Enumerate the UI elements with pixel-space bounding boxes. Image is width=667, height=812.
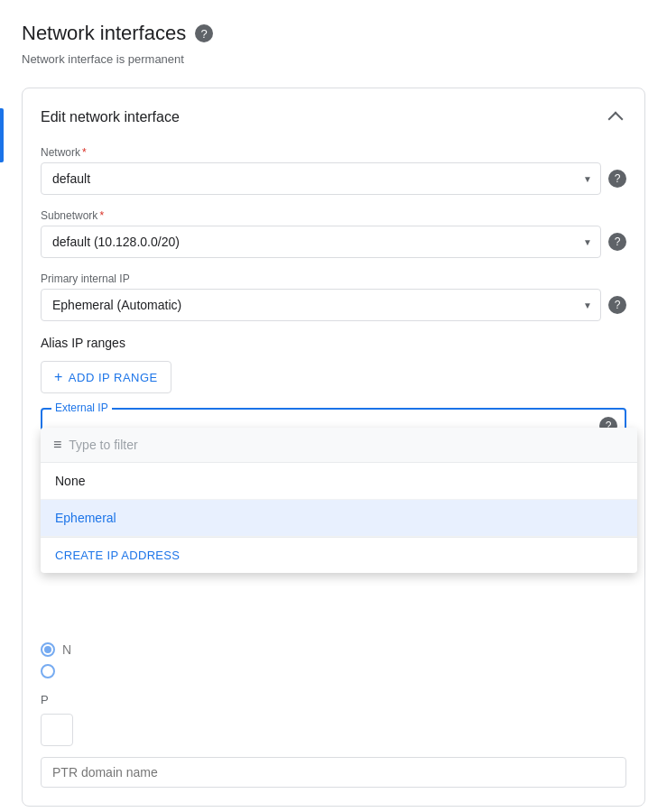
network-required-star: *: [82, 146, 87, 159]
filter-icon: ≡: [53, 437, 61, 453]
subnetwork-field-row: default (10.128.0.0/20) ▼ ?: [41, 226, 626, 258]
alias-ip-section: Alias IP ranges + ADD IP RANGE: [41, 336, 626, 393]
left-accent-bar: [0, 108, 4, 162]
primary-ip-select-wrapper: Ephemeral (Automatic) ▼: [41, 289, 601, 321]
external-ip-label: External IP: [51, 401, 112, 414]
card-header: Edit network interface: [41, 106, 626, 128]
plus-icon: +: [54, 369, 63, 385]
external-ip-border: External IP ≡ None: [41, 408, 626, 444]
ptr-checkbox[interactable]: [41, 714, 73, 746]
network-label: Network *: [41, 146, 626, 159]
below-dropdown-section: N P: [41, 642, 626, 788]
network-field: Network * default ▼ ?: [41, 146, 626, 195]
ptr-domain-input[interactable]: [41, 757, 626, 788]
page-help-icon[interactable]: ?: [195, 24, 213, 42]
primary-ip-field: Primary internal IP Ephemeral (Automatic…: [41, 272, 626, 321]
page-title: Network interfaces: [22, 22, 186, 45]
radio-option-2[interactable]: [41, 664, 55, 678]
subnetwork-required-star: *: [99, 209, 104, 222]
radio-section: N: [41, 642, 626, 657]
create-ip-address-button[interactable]: CREATE IP ADDRESS: [41, 538, 637, 573]
card-title: Edit network interface: [41, 109, 180, 125]
network-help-icon[interactable]: ?: [608, 170, 626, 188]
external-ip-inner: ≡ None Ephemeral CREATE IP ADDRESS: [50, 417, 617, 435]
network-field-row: default ▼ ?: [41, 162, 626, 195]
primary-ip-label: Primary internal IP: [41, 272, 626, 285]
page-header: Network interfaces ?: [22, 22, 645, 45]
add-ip-range-button[interactable]: + ADD IP RANGE: [41, 361, 171, 393]
primary-ip-select[interactable]: Ephemeral (Automatic): [41, 289, 601, 321]
subtitle: Network interface is permanent: [22, 52, 645, 66]
network-select[interactable]: default: [41, 162, 601, 195]
subnetwork-label: Subnetwork *: [41, 209, 626, 222]
radio-section-2: [41, 664, 626, 678]
external-ip-dropdown: ≡ None Ephemeral CREATE IP ADDRESS: [41, 428, 637, 573]
external-ip-section: External IP ≡ None: [41, 408, 626, 444]
network-select-wrapper: default ▼: [41, 162, 601, 195]
filter-input[interactable]: [69, 438, 625, 452]
subnetwork-help-icon[interactable]: ?: [608, 233, 626, 251]
filter-row: ≡: [41, 428, 637, 463]
primary-ip-help-icon[interactable]: ?: [608, 296, 626, 314]
edit-network-card: Edit network interface Network * default…: [22, 88, 645, 807]
page-container: Network interfaces ? Network interface i…: [0, 0, 667, 812]
subnetwork-field: Subnetwork * default (10.128.0.0/20) ▼ ?: [41, 209, 626, 258]
radio-none[interactable]: [41, 642, 55, 657]
alias-ip-label: Alias IP ranges: [41, 336, 626, 350]
add-ip-range-label: ADD IP RANGE: [69, 371, 158, 384]
collapse-button[interactable]: [605, 106, 626, 128]
dropdown-option-none[interactable]: None: [41, 463, 637, 500]
radio-n-label: N: [62, 642, 71, 657]
subnetwork-select-wrapper: default (10.128.0.0/20) ▼: [41, 226, 601, 258]
ptr-section-label: P: [41, 693, 626, 706]
subnetwork-select[interactable]: default (10.128.0.0/20): [41, 226, 601, 258]
dropdown-option-ephemeral[interactable]: Ephemeral: [41, 500, 637, 537]
primary-ip-field-row: Ephemeral (Automatic) ▼ ?: [41, 289, 626, 321]
